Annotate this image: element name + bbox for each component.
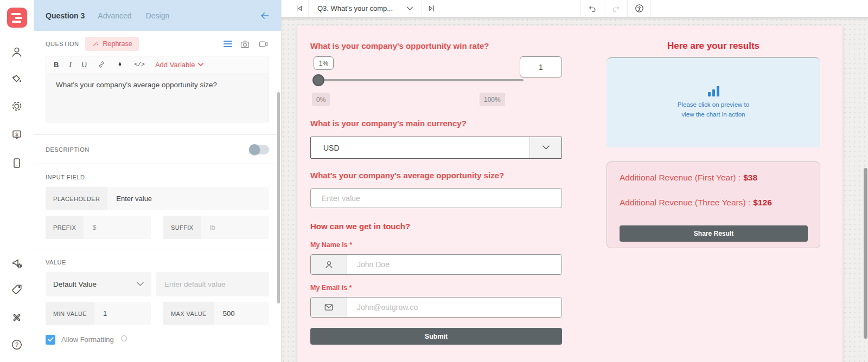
allow-formatting-checkbox[interactable] — [46, 335, 55, 345]
bold-button[interactable]: B — [54, 61, 59, 69]
caret-down-icon — [198, 63, 203, 67]
default-value-input[interactable] — [156, 272, 269, 296]
email-field-label: My Email is * — [310, 284, 352, 292]
info-icon[interactable] — [120, 334, 128, 345]
result-row-three-years: Additional Revenue (Three Years) :$126 — [620, 198, 772, 208]
back-arrow-icon[interactable] — [259, 10, 270, 21]
suffix-row: SUFFIX — [163, 216, 269, 239]
envelope-icon — [311, 298, 347, 317]
preview-toolbar: Q3. What's your comp... — [281, 0, 868, 17]
paint-bucket-icon[interactable] — [9, 72, 24, 87]
email-input[interactable] — [347, 298, 561, 317]
select-chevron-area — [529, 137, 561, 158]
chevron-down-icon — [137, 282, 144, 287]
opportunity-size-input[interactable] — [310, 188, 562, 208]
add-variable-button[interactable]: Add Variable — [155, 61, 203, 69]
italic-button[interactable]: I — [69, 60, 71, 69]
description-toggle[interactable] — [250, 145, 269, 154]
max-value-label: MAX VALUE — [163, 302, 214, 325]
tab-design[interactable]: Design — [146, 11, 170, 20]
allow-formatting-label: Allow Formatting — [61, 335, 114, 344]
calculator-preview: What is your company's opportunity win r… — [297, 25, 843, 362]
settings-gear-icon[interactable] — [9, 99, 24, 114]
text-color-droplet-icon[interactable] — [116, 61, 124, 68]
accessibility-icon[interactable] — [628, 0, 650, 17]
question-selector-dropdown[interactable]: Q3. What's your comp... — [309, 0, 422, 17]
results-heading: Here are your results — [607, 41, 820, 51]
pricing-tag-icon[interactable] — [9, 282, 24, 297]
svg-text:$: $ — [15, 131, 18, 137]
previous-question-icon[interactable] — [290, 0, 308, 17]
left-icon-rail: $ ? — [0, 0, 34, 362]
input-field-section: INPUT FIELD PLACEHOLDER PREFIX SUFFIX — [34, 164, 281, 249]
currency-select[interactable]: USD — [310, 137, 562, 159]
max-value-input[interactable] — [214, 309, 269, 318]
question-text-editor[interactable]: What's your company's average opportunit… — [46, 73, 269, 122]
person-icon — [311, 255, 347, 274]
tab-question-3[interactable]: Question 3 — [46, 11, 85, 20]
suffix-label: SUFFIX — [163, 216, 201, 239]
contact-heading: How can we get in touch? — [310, 222, 410, 231]
question-config-panel: Question 3 Advanced Design QUESTION Reph… — [34, 0, 281, 362]
win-rate-number-input[interactable] — [520, 56, 562, 77]
bar-chart-icon — [708, 86, 719, 96]
promote-icon[interactable] — [9, 256, 24, 271]
value-section: VALUE Default Value MIN VALUE MAX VALUE — [34, 249, 281, 352]
win-rate-question: What is your company's opportunity win r… — [310, 41, 489, 50]
placeholder-label: PLACEHOLDER — [46, 187, 107, 210]
link-icon[interactable] — [97, 60, 106, 69]
slider-max-label: 100% — [480, 93, 505, 106]
placeholder-row: PLACEHOLDER — [46, 187, 269, 210]
chart-placeholder-note: Please click on preview to view the char… — [678, 100, 749, 119]
redo-icon[interactable] — [604, 0, 627, 17]
panel-header: Question 3 Advanced Design — [34, 0, 281, 31]
app-window: $ ? Question 3 Advanced Design — [0, 0, 868, 362]
result-row-first-year: Additional Revenue (First Year) :$38 — [620, 173, 757, 183]
name-field-label: My Name is * — [310, 241, 352, 249]
prefix-label: PREFIX — [46, 216, 84, 239]
rephrase-button[interactable]: Rephrase — [85, 37, 138, 51]
chevron-down-icon — [542, 145, 550, 150]
slider-tooltip: 1% — [314, 56, 334, 70]
camera-icon[interactable] — [239, 38, 251, 50]
name-input[interactable] — [347, 255, 561, 274]
media-menu-icon[interactable] — [224, 41, 232, 47]
chevron-down-icon — [407, 7, 413, 11]
placeholder-input[interactable] — [107, 195, 269, 203]
panel-scrollbar[interactable] — [277, 92, 280, 303]
default-value-select[interactable]: Default Value — [46, 272, 151, 296]
payments-icon[interactable]: $ — [9, 127, 24, 143]
suffix-input[interactable] — [201, 223, 269, 231]
video-icon[interactable] — [258, 38, 269, 50]
name-field — [310, 254, 562, 275]
magic-wand-icon — [92, 40, 99, 48]
underline-button[interactable]: U — [82, 61, 87, 69]
min-value-input[interactable] — [94, 309, 151, 318]
win-rate-slider-track[interactable] — [314, 79, 524, 81]
min-value-label: MIN VALUE — [46, 302, 94, 325]
mobile-preview-icon[interactable] — [9, 156, 24, 171]
submit-button[interactable]: Submit — [310, 328, 562, 345]
value-label: VALUE — [46, 249, 269, 272]
next-question-icon[interactable] — [422, 0, 441, 17]
page-scrollbar[interactable] — [864, 168, 867, 339]
undo-icon[interactable] — [581, 0, 604, 17]
prefix-input[interactable] — [84, 223, 151, 231]
min-value-row: MIN VALUE — [46, 302, 151, 325]
help-icon[interactable]: ? — [9, 337, 24, 352]
share-result-button[interactable]: Share Result — [620, 225, 808, 242]
code-view-button[interactable]: </> — [134, 61, 145, 68]
customize-tools-icon[interactable] — [9, 310, 24, 325]
tab-advanced[interactable]: Advanced — [98, 11, 131, 20]
question-section: QUESTION Rephrase B I U </> — [34, 32, 281, 134]
input-field-label: INPUT FIELD — [46, 164, 269, 187]
outgrow-logo-icon[interactable] — [7, 8, 27, 28]
svg-text:?: ? — [15, 341, 18, 348]
check-icon — [48, 337, 54, 342]
slider-min-label: 0% — [312, 93, 330, 106]
win-rate-slider-handle[interactable] — [312, 74, 324, 86]
chart-placeholder[interactable]: Please click on preview to view the char… — [607, 57, 820, 147]
profile-icon[interactable] — [9, 44, 24, 60]
email-field — [310, 297, 562, 318]
opportunity-size-question: What's your company's average opportunit… — [310, 171, 504, 180]
